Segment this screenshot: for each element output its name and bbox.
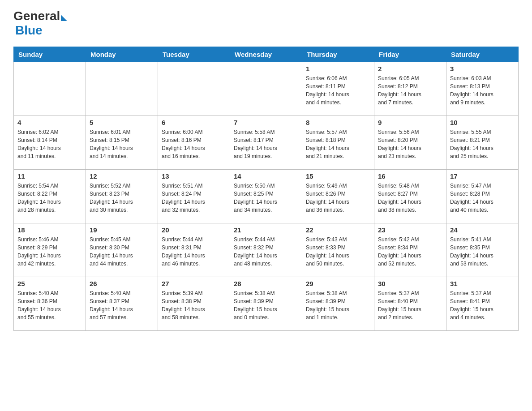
calendar-cell: [14, 62, 86, 116]
day-info: Sunrise: 5:51 AM Sunset: 8:24 PM Dayligh…: [162, 182, 226, 214]
calendar-cell: 9Sunrise: 5:56 AM Sunset: 8:20 PM Daylig…: [374, 116, 446, 170]
day-number: 5: [90, 119, 154, 126]
day-info: Sunrise: 5:43 AM Sunset: 8:33 PM Dayligh…: [306, 235, 370, 268]
day-info: Sunrise: 5:38 AM Sunset: 8:39 PM Dayligh…: [234, 289, 298, 321]
weekday-header-row: SundayMondayTuesdayWednesdayThursdayFrid…: [14, 47, 519, 62]
day-info: Sunrise: 5:45 AM Sunset: 8:30 PM Dayligh…: [90, 235, 154, 268]
logo-arrow-icon: [61, 15, 67, 21]
day-number: 2: [378, 65, 442, 73]
calendar-cell: 1Sunrise: 6:06 AM Sunset: 8:11 PM Daylig…: [302, 62, 374, 116]
weekday-header-friday: Friday: [374, 47, 446, 62]
calendar-cell: 5Sunrise: 6:01 AM Sunset: 8:15 PM Daylig…: [86, 116, 158, 170]
day-number: 1: [306, 65, 370, 73]
day-number: 29: [306, 280, 370, 287]
day-number: 8: [306, 119, 370, 126]
day-number: 18: [17, 226, 82, 234]
day-number: 10: [450, 119, 515, 126]
calendar-cell: 25Sunrise: 5:40 AM Sunset: 8:36 PM Dayli…: [14, 277, 86, 331]
calendar-cell: [158, 62, 230, 116]
calendar-cell: 4Sunrise: 6:02 AM Sunset: 8:14 PM Daylig…: [14, 116, 86, 170]
calendar-cell: [86, 62, 158, 116]
calendar-week-row: 25Sunrise: 5:40 AM Sunset: 8:36 PM Dayli…: [14, 277, 519, 331]
day-info: Sunrise: 5:56 AM Sunset: 8:20 PM Dayligh…: [378, 128, 442, 160]
calendar-cell: 18Sunrise: 5:46 AM Sunset: 8:29 PM Dayli…: [14, 223, 86, 277]
day-info: Sunrise: 5:58 AM Sunset: 8:17 PM Dayligh…: [234, 128, 298, 160]
calendar-cell: 7Sunrise: 5:58 AM Sunset: 8:17 PM Daylig…: [230, 116, 302, 170]
calendar-cell: 19Sunrise: 5:45 AM Sunset: 8:30 PM Dayli…: [86, 223, 158, 277]
day-info: Sunrise: 5:52 AM Sunset: 8:23 PM Dayligh…: [90, 182, 154, 214]
calendar-cell: 15Sunrise: 5:49 AM Sunset: 8:26 PM Dayli…: [302, 170, 374, 223]
day-info: Sunrise: 6:02 AM Sunset: 8:14 PM Dayligh…: [17, 128, 82, 160]
calendar-cell: 16Sunrise: 5:48 AM Sunset: 8:27 PM Dayli…: [374, 170, 446, 223]
calendar-cell: 31Sunrise: 5:37 AM Sunset: 8:41 PM Dayli…: [446, 277, 519, 331]
weekday-header-thursday: Thursday: [302, 47, 374, 62]
day-number: 24: [450, 226, 515, 234]
calendar-cell: 3Sunrise: 6:03 AM Sunset: 8:13 PM Daylig…: [446, 62, 519, 116]
day-number: 15: [306, 172, 370, 180]
calendar-cell: 17Sunrise: 5:47 AM Sunset: 8:28 PM Dayli…: [446, 170, 519, 223]
day-info: Sunrise: 5:41 AM Sunset: 8:35 PM Dayligh…: [450, 235, 515, 268]
day-number: 27: [162, 280, 226, 287]
day-info: Sunrise: 5:44 AM Sunset: 8:31 PM Dayligh…: [162, 235, 226, 268]
day-number: 4: [17, 119, 82, 126]
day-info: Sunrise: 5:38 AM Sunset: 8:39 PM Dayligh…: [306, 289, 370, 321]
calendar-cell: 30Sunrise: 5:37 AM Sunset: 8:40 PM Dayli…: [374, 277, 446, 331]
day-number: 17: [450, 172, 515, 180]
day-number: 9: [378, 119, 442, 126]
logo-general: General: [13, 9, 60, 23]
calendar-cell: 21Sunrise: 5:44 AM Sunset: 8:32 PM Dayli…: [230, 223, 302, 277]
calendar-cell: 29Sunrise: 5:38 AM Sunset: 8:39 PM Dayli…: [302, 277, 374, 331]
day-number: 14: [234, 172, 298, 180]
weekday-header-monday: Monday: [86, 47, 158, 62]
day-number: 6: [162, 119, 226, 126]
logo: GeneralBlue: [13, 9, 67, 38]
day-info: Sunrise: 5:46 AM Sunset: 8:29 PM Dayligh…: [17, 235, 82, 268]
calendar-cell: 20Sunrise: 5:44 AM Sunset: 8:31 PM Dayli…: [158, 223, 230, 277]
day-info: Sunrise: 5:39 AM Sunset: 8:38 PM Dayligh…: [162, 289, 226, 321]
calendar-cell: 22Sunrise: 5:43 AM Sunset: 8:33 PM Dayli…: [302, 223, 374, 277]
calendar-cell: 11Sunrise: 5:54 AM Sunset: 8:22 PM Dayli…: [14, 170, 86, 223]
day-info: Sunrise: 6:00 AM Sunset: 8:16 PM Dayligh…: [162, 128, 226, 160]
weekday-header-wednesday: Wednesday: [230, 47, 302, 62]
calendar-cell: 14Sunrise: 5:50 AM Sunset: 8:25 PM Dayli…: [230, 170, 302, 223]
day-info: Sunrise: 5:55 AM Sunset: 8:21 PM Dayligh…: [450, 128, 515, 160]
day-number: 25: [17, 280, 82, 287]
calendar-cell: 10Sunrise: 5:55 AM Sunset: 8:21 PM Dayli…: [446, 116, 519, 170]
day-info: Sunrise: 5:44 AM Sunset: 8:32 PM Dayligh…: [234, 235, 298, 268]
day-number: 13: [162, 172, 226, 180]
day-info: Sunrise: 5:37 AM Sunset: 8:41 PM Dayligh…: [450, 289, 515, 321]
day-info: Sunrise: 6:05 AM Sunset: 8:12 PM Dayligh…: [378, 74, 442, 107]
calendar-week-row: 4Sunrise: 6:02 AM Sunset: 8:14 PM Daylig…: [14, 116, 519, 170]
day-info: Sunrise: 5:54 AM Sunset: 8:22 PM Dayligh…: [17, 182, 82, 214]
calendar-cell: 27Sunrise: 5:39 AM Sunset: 8:38 PM Dayli…: [158, 277, 230, 331]
day-info: Sunrise: 5:48 AM Sunset: 8:27 PM Dayligh…: [378, 182, 442, 214]
day-info: Sunrise: 5:47 AM Sunset: 8:28 PM Dayligh…: [450, 182, 515, 214]
calendar-cell: 28Sunrise: 5:38 AM Sunset: 8:39 PM Dayli…: [230, 277, 302, 331]
logo-blue: Blue: [15, 23, 43, 38]
day-number: 26: [90, 280, 154, 287]
day-number: 12: [90, 172, 154, 180]
calendar-cell: 12Sunrise: 5:52 AM Sunset: 8:23 PM Dayli…: [86, 170, 158, 223]
calendar-cell: [230, 62, 302, 116]
calendar-week-row: 1Sunrise: 6:06 AM Sunset: 8:11 PM Daylig…: [14, 62, 519, 116]
calendar-cell: 2Sunrise: 6:05 AM Sunset: 8:12 PM Daylig…: [374, 62, 446, 116]
day-number: 7: [234, 119, 298, 126]
calendar-cell: 6Sunrise: 6:00 AM Sunset: 8:16 PM Daylig…: [158, 116, 230, 170]
weekday-header-tuesday: Tuesday: [158, 47, 230, 62]
day-info: Sunrise: 5:50 AM Sunset: 8:25 PM Dayligh…: [234, 182, 298, 214]
day-info: Sunrise: 5:37 AM Sunset: 8:40 PM Dayligh…: [378, 289, 442, 321]
day-number: 20: [162, 226, 226, 234]
calendar-cell: 24Sunrise: 5:41 AM Sunset: 8:35 PM Dayli…: [446, 223, 519, 277]
calendar-cell: 23Sunrise: 5:42 AM Sunset: 8:34 PM Dayli…: [374, 223, 446, 277]
day-info: Sunrise: 5:40 AM Sunset: 8:36 PM Dayligh…: [17, 289, 82, 321]
day-number: 22: [306, 226, 370, 234]
day-info: Sunrise: 6:01 AM Sunset: 8:15 PM Dayligh…: [90, 128, 154, 160]
weekday-header-sunday: Sunday: [14, 47, 86, 62]
day-number: 19: [90, 226, 154, 234]
day-number: 23: [378, 226, 442, 234]
day-info: Sunrise: 5:40 AM Sunset: 8:37 PM Dayligh…: [90, 289, 154, 321]
weekday-header-saturday: Saturday: [446, 47, 519, 62]
day-info: Sunrise: 6:03 AM Sunset: 8:13 PM Dayligh…: [450, 74, 515, 107]
day-number: 11: [17, 172, 82, 180]
day-number: 21: [234, 226, 298, 234]
